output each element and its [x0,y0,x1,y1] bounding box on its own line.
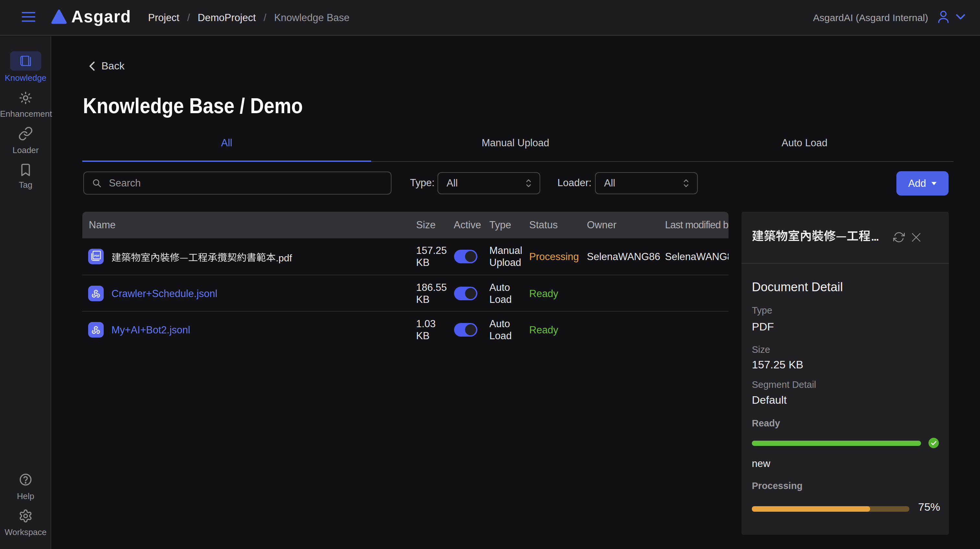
svg-text:PDF: PDF [94,254,100,257]
